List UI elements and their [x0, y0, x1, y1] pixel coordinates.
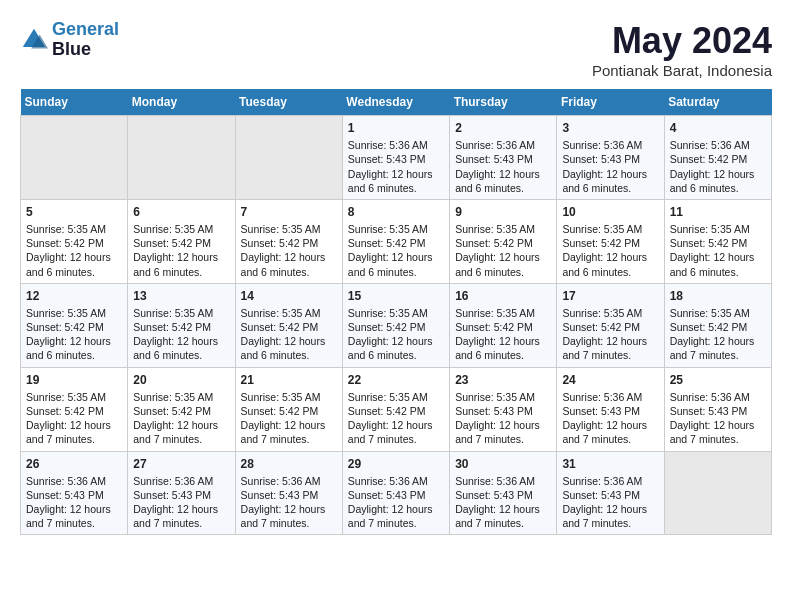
day-header-friday: Friday [557, 89, 664, 116]
cell-content: Sunrise: 5:35 AMSunset: 5:42 PMDaylight:… [455, 222, 551, 279]
calendar-cell: 4Sunrise: 5:36 AMSunset: 5:42 PMDaylight… [664, 116, 771, 200]
calendar-week-1: 1Sunrise: 5:36 AMSunset: 5:43 PMDaylight… [21, 116, 772, 200]
cell-content: Sunrise: 5:35 AMSunset: 5:42 PMDaylight:… [133, 306, 229, 363]
month-title: May 2024 [592, 20, 772, 62]
calendar-week-4: 19Sunrise: 5:35 AMSunset: 5:42 PMDayligh… [21, 367, 772, 451]
calendar-cell: 22Sunrise: 5:35 AMSunset: 5:42 PMDayligh… [342, 367, 449, 451]
day-number: 13 [133, 288, 229, 304]
day-number: 17 [562, 288, 658, 304]
calendar-cell: 7Sunrise: 5:35 AMSunset: 5:42 PMDaylight… [235, 199, 342, 283]
day-number: 3 [562, 120, 658, 136]
day-number: 5 [26, 204, 122, 220]
cell-content: Sunrise: 5:36 AMSunset: 5:43 PMDaylight:… [26, 474, 122, 531]
calendar-cell: 18Sunrise: 5:35 AMSunset: 5:42 PMDayligh… [664, 283, 771, 367]
calendar-cell: 27Sunrise: 5:36 AMSunset: 5:43 PMDayligh… [128, 451, 235, 535]
calendar-cell: 30Sunrise: 5:36 AMSunset: 5:43 PMDayligh… [450, 451, 557, 535]
calendar-cell: 20Sunrise: 5:35 AMSunset: 5:42 PMDayligh… [128, 367, 235, 451]
cell-content: Sunrise: 5:35 AMSunset: 5:42 PMDaylight:… [241, 306, 337, 363]
calendar-cell: 31Sunrise: 5:36 AMSunset: 5:43 PMDayligh… [557, 451, 664, 535]
cell-content: Sunrise: 5:36 AMSunset: 5:42 PMDaylight:… [670, 138, 766, 195]
calendar-cell: 28Sunrise: 5:36 AMSunset: 5:43 PMDayligh… [235, 451, 342, 535]
day-number: 25 [670, 372, 766, 388]
cell-content: Sunrise: 5:35 AMSunset: 5:43 PMDaylight:… [455, 390, 551, 447]
cell-content: Sunrise: 5:35 AMSunset: 5:42 PMDaylight:… [348, 390, 444, 447]
location-subtitle: Pontianak Barat, Indonesia [592, 62, 772, 79]
calendar-cell: 10Sunrise: 5:35 AMSunset: 5:42 PMDayligh… [557, 199, 664, 283]
calendar-cell: 16Sunrise: 5:35 AMSunset: 5:42 PMDayligh… [450, 283, 557, 367]
calendar-table: SundayMondayTuesdayWednesdayThursdayFrid… [20, 89, 772, 535]
cell-content: Sunrise: 5:35 AMSunset: 5:42 PMDaylight:… [670, 222, 766, 279]
day-number: 9 [455, 204, 551, 220]
logo-icon [20, 26, 48, 54]
cell-content: Sunrise: 5:35 AMSunset: 5:42 PMDaylight:… [133, 222, 229, 279]
day-number: 22 [348, 372, 444, 388]
cell-content: Sunrise: 5:35 AMSunset: 5:42 PMDaylight:… [670, 306, 766, 363]
day-number: 6 [133, 204, 229, 220]
calendar-week-2: 5Sunrise: 5:35 AMSunset: 5:42 PMDaylight… [21, 199, 772, 283]
calendar-cell [128, 116, 235, 200]
day-number: 12 [26, 288, 122, 304]
cell-content: Sunrise: 5:36 AMSunset: 5:43 PMDaylight:… [455, 138, 551, 195]
page-header: GeneralBlue May 2024 Pontianak Barat, In… [20, 20, 772, 79]
day-number: 29 [348, 456, 444, 472]
cell-content: Sunrise: 5:35 AMSunset: 5:42 PMDaylight:… [241, 390, 337, 447]
cell-content: Sunrise: 5:36 AMSunset: 5:43 PMDaylight:… [455, 474, 551, 531]
day-number: 7 [241, 204, 337, 220]
day-header-sunday: Sunday [21, 89, 128, 116]
calendar-cell: 12Sunrise: 5:35 AMSunset: 5:42 PMDayligh… [21, 283, 128, 367]
day-header-wednesday: Wednesday [342, 89, 449, 116]
calendar-cell: 26Sunrise: 5:36 AMSunset: 5:43 PMDayligh… [21, 451, 128, 535]
calendar-cell: 8Sunrise: 5:35 AMSunset: 5:42 PMDaylight… [342, 199, 449, 283]
day-number: 26 [26, 456, 122, 472]
calendar-cell: 23Sunrise: 5:35 AMSunset: 5:43 PMDayligh… [450, 367, 557, 451]
calendar-cell: 11Sunrise: 5:35 AMSunset: 5:42 PMDayligh… [664, 199, 771, 283]
cell-content: Sunrise: 5:35 AMSunset: 5:42 PMDaylight:… [455, 306, 551, 363]
calendar-cell: 13Sunrise: 5:35 AMSunset: 5:42 PMDayligh… [128, 283, 235, 367]
day-header-saturday: Saturday [664, 89, 771, 116]
cell-content: Sunrise: 5:35 AMSunset: 5:42 PMDaylight:… [26, 222, 122, 279]
day-number: 19 [26, 372, 122, 388]
calendar-cell: 17Sunrise: 5:35 AMSunset: 5:42 PMDayligh… [557, 283, 664, 367]
calendar-cell: 14Sunrise: 5:35 AMSunset: 5:42 PMDayligh… [235, 283, 342, 367]
day-number: 21 [241, 372, 337, 388]
cell-content: Sunrise: 5:36 AMSunset: 5:43 PMDaylight:… [670, 390, 766, 447]
logo: GeneralBlue [20, 20, 119, 60]
calendar-cell [21, 116, 128, 200]
day-number: 15 [348, 288, 444, 304]
calendar-cell: 6Sunrise: 5:35 AMSunset: 5:42 PMDaylight… [128, 199, 235, 283]
cell-content: Sunrise: 5:35 AMSunset: 5:42 PMDaylight:… [562, 306, 658, 363]
day-number: 24 [562, 372, 658, 388]
day-number: 20 [133, 372, 229, 388]
cell-content: Sunrise: 5:36 AMSunset: 5:43 PMDaylight:… [133, 474, 229, 531]
day-number: 31 [562, 456, 658, 472]
calendar-cell: 15Sunrise: 5:35 AMSunset: 5:42 PMDayligh… [342, 283, 449, 367]
calendar-cell: 21Sunrise: 5:35 AMSunset: 5:42 PMDayligh… [235, 367, 342, 451]
day-number: 11 [670, 204, 766, 220]
day-header-tuesday: Tuesday [235, 89, 342, 116]
day-header-monday: Monday [128, 89, 235, 116]
cell-content: Sunrise: 5:36 AMSunset: 5:43 PMDaylight:… [348, 474, 444, 531]
cell-content: Sunrise: 5:36 AMSunset: 5:43 PMDaylight:… [562, 138, 658, 195]
day-number: 23 [455, 372, 551, 388]
day-number: 4 [670, 120, 766, 136]
day-number: 8 [348, 204, 444, 220]
day-number: 27 [133, 456, 229, 472]
calendar-cell: 3Sunrise: 5:36 AMSunset: 5:43 PMDaylight… [557, 116, 664, 200]
cell-content: Sunrise: 5:35 AMSunset: 5:42 PMDaylight:… [26, 390, 122, 447]
day-number: 10 [562, 204, 658, 220]
cell-content: Sunrise: 5:36 AMSunset: 5:43 PMDaylight:… [241, 474, 337, 531]
cell-content: Sunrise: 5:36 AMSunset: 5:43 PMDaylight:… [562, 390, 658, 447]
cell-content: Sunrise: 5:35 AMSunset: 5:42 PMDaylight:… [26, 306, 122, 363]
calendar-cell: 25Sunrise: 5:36 AMSunset: 5:43 PMDayligh… [664, 367, 771, 451]
logo-text: GeneralBlue [52, 20, 119, 60]
cell-content: Sunrise: 5:35 AMSunset: 5:42 PMDaylight:… [241, 222, 337, 279]
cell-content: Sunrise: 5:35 AMSunset: 5:42 PMDaylight:… [562, 222, 658, 279]
calendar-cell: 5Sunrise: 5:35 AMSunset: 5:42 PMDaylight… [21, 199, 128, 283]
calendar-cell: 2Sunrise: 5:36 AMSunset: 5:43 PMDaylight… [450, 116, 557, 200]
title-block: May 2024 Pontianak Barat, Indonesia [592, 20, 772, 79]
day-number: 30 [455, 456, 551, 472]
cell-content: Sunrise: 5:36 AMSunset: 5:43 PMDaylight:… [562, 474, 658, 531]
day-number: 16 [455, 288, 551, 304]
calendar-cell [664, 451, 771, 535]
cell-content: Sunrise: 5:35 AMSunset: 5:42 PMDaylight:… [133, 390, 229, 447]
